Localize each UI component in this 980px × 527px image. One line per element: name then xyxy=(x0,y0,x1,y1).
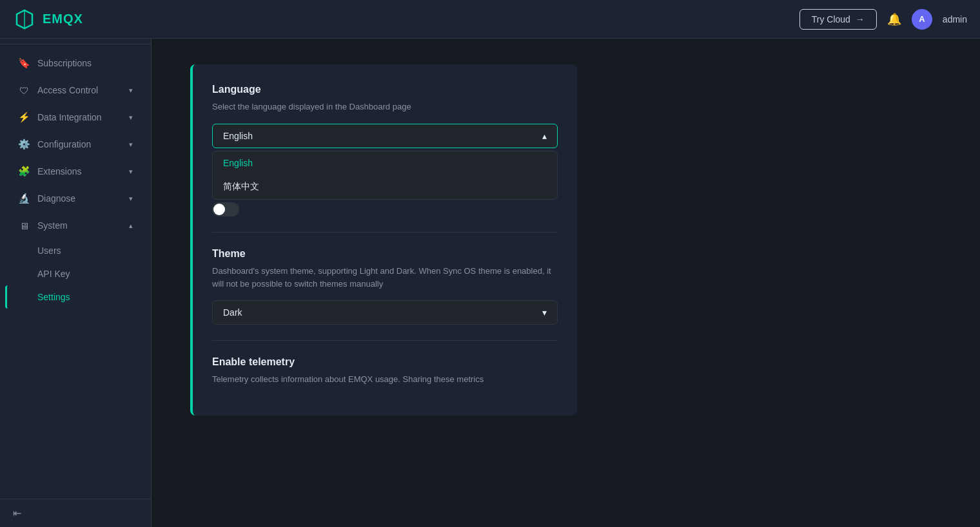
access-control-icon: 🛡 xyxy=(18,84,30,96)
logo-icon xyxy=(13,8,36,31)
chevron-down-icon: ▾ xyxy=(542,307,547,318)
theme-title: Theme xyxy=(212,248,558,260)
sidebar-item-label: Diagnose xyxy=(37,193,75,204)
sub-item-label: Settings xyxy=(37,292,70,302)
sidebar-item-label: Access Control xyxy=(37,85,98,95)
theme-desc: Dashboard's system theme, supporting Lig… xyxy=(212,265,558,290)
sync-os-toggle-row xyxy=(212,202,558,216)
configuration-icon: ⚙️ xyxy=(18,139,30,150)
section-separator-3 xyxy=(212,340,558,341)
chevron-down-icon: ▾ xyxy=(129,113,133,122)
subscriptions-icon: 🔖 xyxy=(18,57,30,69)
header: EMQX Try Cloud → 🔔 A admin xyxy=(0,0,980,39)
avatar: A xyxy=(912,9,932,30)
chevron-down-icon: ▾ xyxy=(129,195,133,203)
sidebar-item-label: Extensions xyxy=(37,166,81,177)
sidebar: 🔖 Subscriptions 🛡 Access Control ▾ ⚡ Dat… xyxy=(0,39,152,527)
sub-item-label: Users xyxy=(37,245,61,256)
language-desc: Select the language displayed in the Das… xyxy=(212,101,558,113)
sidebar-collapse-button[interactable]: ⇤ xyxy=(0,499,151,527)
chevron-down-icon: ▾ xyxy=(129,140,133,149)
section-separator-2 xyxy=(212,232,558,233)
language-dropdown[interactable]: English ▴ xyxy=(212,124,558,148)
telemetry-section: Enable telemetry Telemetry collects info… xyxy=(212,356,558,386)
admin-label: admin xyxy=(943,14,967,24)
theme-dropdown-container: Dark ▾ xyxy=(212,300,558,325)
sidebar-item-diagnose[interactable]: 🔬 Diagnose ▾ xyxy=(5,185,146,212)
sync-os-toggle[interactable] xyxy=(212,202,239,216)
sidebar-item-extensions[interactable]: 🧩 Extensions ▾ xyxy=(5,158,146,185)
theme-dropdown[interactable]: Dark ▾ xyxy=(212,300,558,325)
bell-icon[interactable]: 🔔 xyxy=(887,12,901,26)
sub-item-label: API Key xyxy=(37,269,70,279)
language-option-english[interactable]: English xyxy=(213,151,557,175)
main-content: Language Select the language displayed i… xyxy=(152,39,980,527)
toggle-knob xyxy=(213,204,225,215)
sidebar-item-subscriptions[interactable]: 🔖 Subscriptions xyxy=(5,50,146,77)
data-integration-icon: ⚡ xyxy=(18,111,30,123)
theme-section: Theme Dashboard's system theme, supporti… xyxy=(212,248,558,325)
chevron-down-icon: ▾ xyxy=(129,168,133,176)
sidebar-item-label: Subscriptions xyxy=(37,58,92,68)
sidebar-item-data-integration[interactable]: ⚡ Data Integration ▾ xyxy=(5,104,146,131)
sidebar-subitem-settings[interactable]: Settings xyxy=(5,285,146,309)
sidebar-divider xyxy=(0,44,151,44)
try-cloud-button[interactable]: Try Cloud → xyxy=(799,9,877,30)
sidebar-item-system[interactable]: 🖥 System ▴ xyxy=(5,212,146,239)
theme-selected-value: Dark xyxy=(223,307,242,318)
sidebar-item-label: Data Integration xyxy=(37,112,102,122)
chevron-up-icon: ▴ xyxy=(129,222,133,230)
telemetry-title: Enable telemetry xyxy=(212,356,558,368)
telemetry-desc: Telemetry collects information about EMQ… xyxy=(212,373,558,386)
chevron-up-icon: ▴ xyxy=(542,131,547,141)
sidebar-item-label: Configuration xyxy=(37,139,91,149)
sidebar-item-configuration[interactable]: ⚙️ Configuration ▾ xyxy=(5,131,146,158)
language-option-chinese[interactable]: 简体中文 xyxy=(213,175,557,199)
system-icon: 🖥 xyxy=(18,220,30,231)
logo-text: EMQX xyxy=(43,12,83,26)
header-actions: Try Cloud → 🔔 A admin xyxy=(799,9,967,30)
sidebar-subitem-users[interactable]: Users xyxy=(5,239,146,262)
language-section: Language Select the language displayed i… xyxy=(212,84,558,148)
extensions-icon: 🧩 xyxy=(18,166,30,177)
settings-panel: Language Select the language displayed i… xyxy=(190,64,577,416)
language-title: Language xyxy=(212,84,558,95)
language-dropdown-container: English ▴ English 简体中文 xyxy=(212,124,558,148)
language-dropdown-menu: English 简体中文 xyxy=(212,151,558,200)
layout: 🔖 Subscriptions 🛡 Access Control ▾ ⚡ Dat… xyxy=(0,39,980,527)
language-selected-value: English xyxy=(223,131,253,141)
sidebar-subitem-api-key[interactable]: API Key xyxy=(5,262,146,285)
diagnose-icon: 🔬 xyxy=(18,193,30,204)
chevron-down-icon: ▾ xyxy=(129,86,133,95)
sidebar-item-label: System xyxy=(37,220,68,231)
logo-area: EMQX xyxy=(13,8,83,31)
sidebar-item-access-control[interactable]: 🛡 Access Control ▾ xyxy=(5,77,146,104)
